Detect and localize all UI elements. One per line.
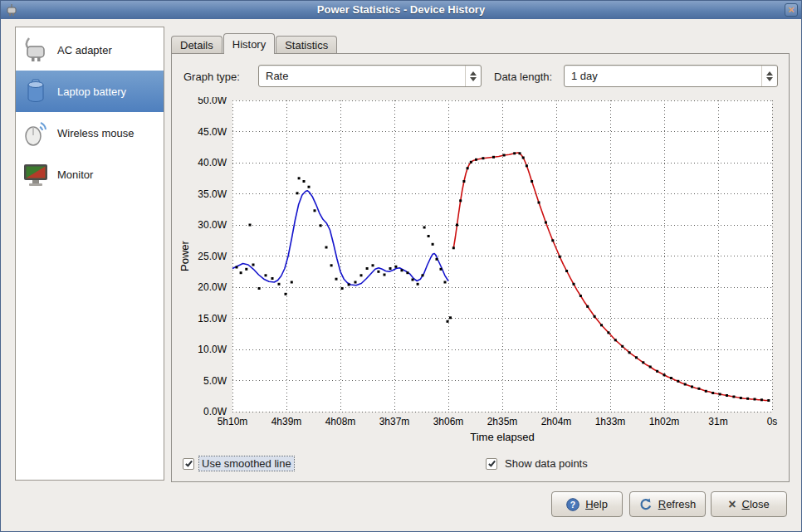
- svg-text:Time elapsed: Time elapsed: [470, 431, 535, 443]
- mouse-icon: [22, 119, 50, 147]
- tab-label: History: [232, 38, 266, 51]
- svg-text:Power: Power: [178, 240, 191, 271]
- data-length-combobox[interactable]: 1 day: [564, 65, 778, 87]
- help-icon: ?: [566, 498, 579, 511]
- svg-text:50.0W: 50.0W: [198, 97, 227, 106]
- svg-text:?: ?: [570, 500, 575, 510]
- svg-text:0s: 0s: [767, 416, 778, 427]
- device-item-wireless-mouse[interactable]: Wireless mouse: [16, 112, 164, 154]
- device-item-ac-adapter[interactable]: AC adapter: [16, 29, 164, 71]
- svg-text:10.0W: 10.0W: [198, 344, 227, 355]
- svg-text:1h33m: 1h33m: [595, 416, 626, 427]
- show-data-points-label[interactable]: Show data points: [502, 456, 590, 471]
- check-icon: [487, 459, 496, 468]
- tab-label: Details: [180, 39, 213, 51]
- svg-text:30.0W: 30.0W: [198, 219, 227, 231]
- svg-text:4h08m: 4h08m: [325, 416, 356, 427]
- use-smoothed-line-label[interactable]: Use smoothed line: [199, 456, 294, 471]
- window-close-button[interactable]: ×: [785, 3, 798, 17]
- svg-text:5.0W: 5.0W: [203, 375, 227, 387]
- svg-text:2h04m: 2h04m: [541, 416, 572, 427]
- svg-text:25.0W: 25.0W: [198, 251, 227, 262]
- svg-text:45.0W: 45.0W: [198, 126, 227, 138]
- help-button[interactable]: ? Help: [551, 491, 623, 517]
- check-icon: [184, 459, 193, 468]
- device-list: AC adapter Laptop battery W: [15, 27, 164, 481]
- svg-text:20.0W: 20.0W: [198, 281, 227, 293]
- svg-text:2h35m: 2h35m: [487, 416, 518, 427]
- svg-text:35.0W: 35.0W: [198, 188, 227, 200]
- svg-text:4h39m: 4h39m: [271, 416, 302, 427]
- svg-text:40.0W: 40.0W: [198, 157, 227, 168]
- tab-details[interactable]: Details: [171, 36, 223, 54]
- tab-history[interactable]: History: [223, 33, 275, 54]
- history-chart: 50.0W45.0W40.0W35.0W30.0W25.0W20.0W15.0W…: [178, 97, 788, 446]
- device-label: Monitor: [57, 168, 93, 181]
- graph-type-value: Rate: [259, 70, 465, 82]
- combo-arrows-icon: [465, 66, 481, 86]
- device-label: Wireless mouse: [57, 127, 134, 139]
- close-button[interactable]: × Close: [711, 491, 787, 517]
- window-title: Power Statistics - Device History: [1, 1, 801, 19]
- tab-statistics[interactable]: Statistics: [276, 36, 337, 54]
- svg-text:31m: 31m: [708, 416, 727, 427]
- device-label: AC adapter: [57, 44, 112, 56]
- svg-text:15.0W: 15.0W: [198, 313, 227, 325]
- data-length-label: Data length:: [494, 71, 552, 83]
- use-smoothed-line-option: Use smoothed line: [183, 456, 294, 471]
- show-data-points-option: Show data points: [486, 456, 590, 471]
- combo-arrows-icon: [761, 66, 777, 86]
- show-data-points-checkbox[interactable]: [486, 458, 497, 470]
- graph-type-label: Graph type:: [183, 71, 240, 83]
- svg-text:3h06m: 3h06m: [433, 416, 464, 427]
- device-item-laptop-battery[interactable]: Laptop battery: [16, 71, 164, 112]
- monitor-icon: [22, 160, 50, 188]
- refresh-button-label: Refresh: [658, 498, 697, 510]
- close-button-label: Close: [742, 498, 770, 510]
- close-icon: ×: [788, 5, 795, 15]
- help-button-label: Help: [585, 498, 608, 510]
- device-label: Laptop battery: [57, 85, 126, 98]
- use-smoothed-line-checkbox[interactable]: [183, 458, 194, 470]
- refresh-icon: [639, 498, 653, 511]
- titlebar[interactable]: Power Statistics - Device History ×: [1, 1, 801, 19]
- close-button-icon: ×: [728, 499, 736, 510]
- svg-text:1h02m: 1h02m: [649, 416, 680, 427]
- history-panel: Graph type: Rate Data length: 1 day 50.0…: [171, 53, 790, 482]
- graph-type-combobox[interactable]: Rate: [258, 65, 482, 87]
- tab-label: Statistics: [285, 39, 328, 51]
- data-length-value: 1 day: [565, 70, 761, 82]
- svg-text:5h10m: 5h10m: [218, 416, 248, 427]
- notebook-tabs: Details History Statistics: [171, 33, 338, 54]
- refresh-button[interactable]: Refresh: [629, 491, 706, 517]
- power-statistics-window: Power Statistics - Device History × AC a…: [0, 0, 802, 532]
- battery-icon: [22, 77, 50, 105]
- ac-adapter-icon: [22, 36, 50, 64]
- svg-text:3h37m: 3h37m: [379, 416, 410, 427]
- device-item-monitor[interactable]: Monitor: [16, 154, 164, 195]
